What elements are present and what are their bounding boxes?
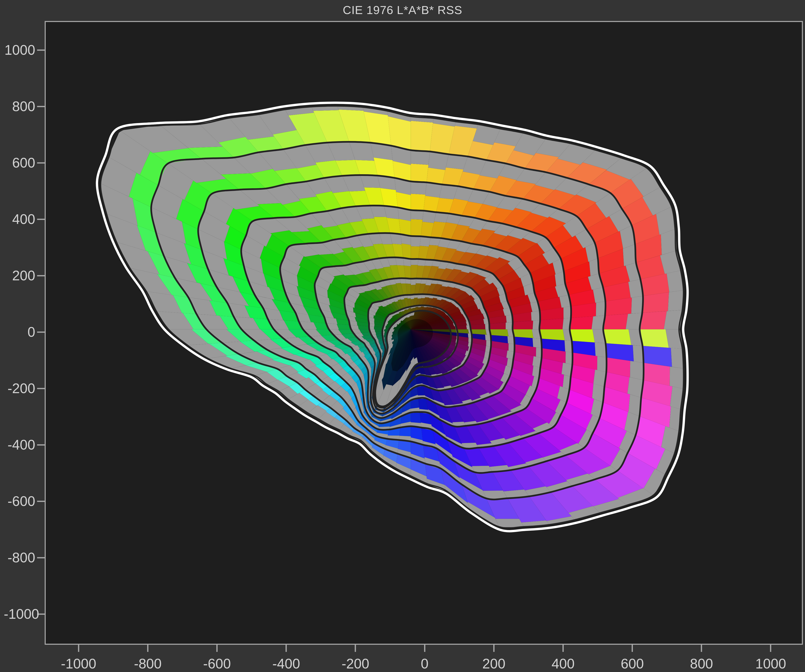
- ring-band-color: [569, 329, 595, 343]
- ring-band-color: [411, 121, 433, 152]
- ring-band-gray: [670, 366, 684, 389]
- ring-band-color: [411, 219, 422, 237]
- y-tick-label: -600: [4, 494, 35, 508]
- x-tick-label: -200: [342, 657, 369, 670]
- plot-area: [44, 21, 803, 645]
- x-tick-label: -1000: [61, 657, 96, 670]
- x-tick-label: 600: [621, 657, 644, 670]
- y-tick-mark: [37, 275, 44, 276]
- ring-band-color: [411, 164, 429, 183]
- ring-band-color: [539, 319, 564, 329]
- x-tick-mark: [770, 645, 771, 652]
- ring-band-gray: [496, 519, 524, 527]
- y-tick-label: 1000: [4, 43, 35, 57]
- x-tick-label: 800: [690, 657, 713, 670]
- x-tick-mark: [355, 645, 356, 652]
- x-tick-label: -800: [134, 657, 162, 670]
- ring-band-color: [512, 320, 533, 329]
- ring-band-color: [569, 316, 593, 329]
- y-tick-mark: [37, 388, 44, 389]
- y-tick-mark: [37, 444, 44, 445]
- ring-band-color: [539, 329, 565, 340]
- x-tick-mark: [424, 645, 426, 652]
- y-tick-label: 600: [4, 156, 35, 169]
- figure-window: { "title": "CIE 1976 L*A*B* RSS", "windo…: [0, 0, 805, 672]
- x-tick-mark: [701, 645, 702, 652]
- y-tick-mark: [37, 106, 44, 107]
- y-tick-mark: [37, 162, 44, 164]
- x-tick-mark: [493, 645, 495, 652]
- ring-band-color: [639, 329, 669, 348]
- y-tick-label: 800: [4, 99, 35, 113]
- ring-band-color: [639, 311, 667, 329]
- y-tick-label: 400: [4, 212, 35, 226]
- y-tick-label: -800: [4, 550, 35, 564]
- ring-band-color: [603, 329, 631, 345]
- gamut-bands: [100, 105, 684, 527]
- y-tick-label: -200: [4, 381, 35, 395]
- y-tick-mark: [37, 49, 44, 51]
- ring-band-color: [411, 246, 420, 260]
- ring-band-color: [411, 194, 426, 211]
- y-tick-mark: [37, 501, 44, 502]
- chart-title: CIE 1976 L*A*B* RSS: [0, 3, 805, 17]
- ring-band-color: [411, 411, 421, 423]
- x-tick-mark: [216, 645, 218, 652]
- ring-band-color: [603, 314, 628, 329]
- x-tick-mark: [78, 645, 79, 652]
- y-tick-label: -400: [4, 438, 35, 452]
- x-tick-label: 1000: [755, 657, 786, 670]
- x-tick-label: 200: [482, 657, 506, 670]
- x-tick-label: 0: [421, 657, 429, 670]
- x-tick-label: 400: [552, 657, 575, 670]
- y-tick-mark: [37, 557, 44, 559]
- x-tick-mark: [562, 645, 564, 652]
- x-tick-label: -400: [272, 657, 300, 670]
- x-tick-label: -600: [203, 657, 231, 670]
- y-tick-label: -1000: [4, 607, 35, 621]
- x-tick-mark: [632, 645, 633, 652]
- gamut-rings-chart: [46, 22, 802, 644]
- y-tick-label: 200: [4, 269, 35, 283]
- y-tick-mark: [37, 219, 44, 220]
- ring-band-gray: [630, 361, 644, 380]
- y-tick-mark: [37, 332, 44, 333]
- x-tick-mark: [286, 645, 287, 652]
- y-tick-label: 0: [4, 325, 35, 339]
- x-tick-mark: [147, 645, 148, 652]
- ring-band-gray: [668, 290, 684, 311]
